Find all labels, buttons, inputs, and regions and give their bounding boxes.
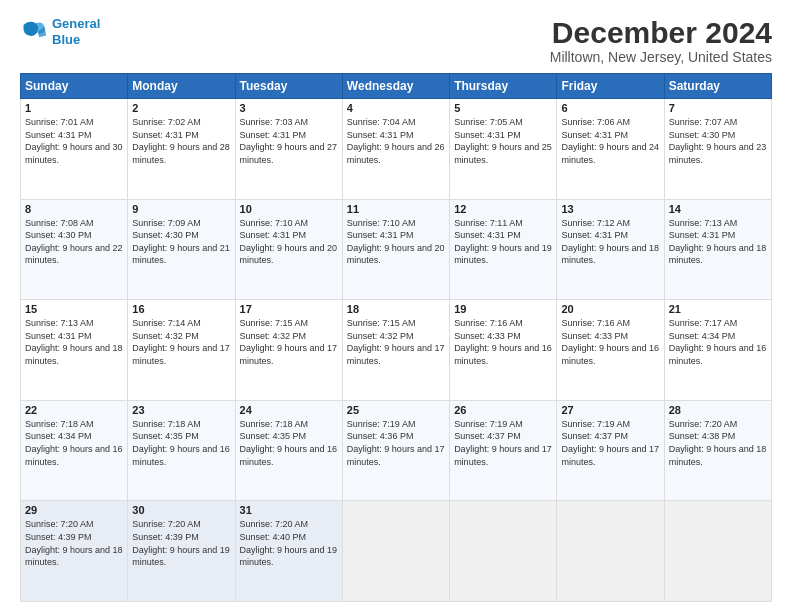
calendar-cell: 24 Sunrise: 7:18 AMSunset: 4:35 PMDaylig… [235, 400, 342, 501]
day-number: 6 [561, 102, 659, 114]
main-title: December 2024 [550, 16, 772, 49]
day-number: 22 [25, 404, 123, 416]
header: General Blue December 2024 Milltown, New… [20, 16, 772, 65]
calendar-cell: 15 Sunrise: 7:13 AMSunset: 4:31 PMDaylig… [21, 300, 128, 401]
day-info: Sunrise: 7:13 AMSunset: 4:31 PMDaylight:… [669, 218, 767, 266]
calendar-header-thursday: Thursday [450, 74, 557, 99]
day-info: Sunrise: 7:20 AMSunset: 4:38 PMDaylight:… [669, 419, 767, 467]
day-info: Sunrise: 7:02 AMSunset: 4:31 PMDaylight:… [132, 117, 230, 165]
day-number: 25 [347, 404, 445, 416]
day-number: 29 [25, 504, 123, 516]
day-info: Sunrise: 7:20 AMSunset: 4:39 PMDaylight:… [132, 519, 230, 567]
day-info: Sunrise: 7:10 AMSunset: 4:31 PMDaylight:… [240, 218, 338, 266]
calendar-cell: 10 Sunrise: 7:10 AMSunset: 4:31 PMDaylig… [235, 199, 342, 300]
day-info: Sunrise: 7:20 AMSunset: 4:39 PMDaylight:… [25, 519, 123, 567]
calendar-cell: 26 Sunrise: 7:19 AMSunset: 4:37 PMDaylig… [450, 400, 557, 501]
day-number: 24 [240, 404, 338, 416]
day-number: 17 [240, 303, 338, 315]
calendar-cell: 29 Sunrise: 7:20 AMSunset: 4:39 PMDaylig… [21, 501, 128, 602]
calendar-cell: 9 Sunrise: 7:09 AMSunset: 4:30 PMDayligh… [128, 199, 235, 300]
day-number: 21 [669, 303, 767, 315]
calendar-cell: 2 Sunrise: 7:02 AMSunset: 4:31 PMDayligh… [128, 99, 235, 200]
day-info: Sunrise: 7:01 AMSunset: 4:31 PMDaylight:… [25, 117, 123, 165]
calendar-cell: 23 Sunrise: 7:18 AMSunset: 4:35 PMDaylig… [128, 400, 235, 501]
day-number: 2 [132, 102, 230, 114]
calendar-cell: 22 Sunrise: 7:18 AMSunset: 4:34 PMDaylig… [21, 400, 128, 501]
calendar-cell: 11 Sunrise: 7:10 AMSunset: 4:31 PMDaylig… [342, 199, 449, 300]
day-info: Sunrise: 7:05 AMSunset: 4:31 PMDaylight:… [454, 117, 552, 165]
calendar-header-wednesday: Wednesday [342, 74, 449, 99]
logo-icon [20, 18, 48, 46]
day-info: Sunrise: 7:19 AMSunset: 4:37 PMDaylight:… [561, 419, 659, 467]
calendar-header-monday: Monday [128, 74, 235, 99]
day-info: Sunrise: 7:19 AMSunset: 4:36 PMDaylight:… [347, 419, 445, 467]
day-number: 12 [454, 203, 552, 215]
calendar-cell [342, 501, 449, 602]
day-number: 16 [132, 303, 230, 315]
day-number: 9 [132, 203, 230, 215]
calendar-cell [450, 501, 557, 602]
day-number: 30 [132, 504, 230, 516]
day-info: Sunrise: 7:15 AMSunset: 4:32 PMDaylight:… [240, 318, 338, 366]
day-number: 13 [561, 203, 659, 215]
day-info: Sunrise: 7:13 AMSunset: 4:31 PMDaylight:… [25, 318, 123, 366]
day-info: Sunrise: 7:12 AMSunset: 4:31 PMDaylight:… [561, 218, 659, 266]
calendar-cell: 27 Sunrise: 7:19 AMSunset: 4:37 PMDaylig… [557, 400, 664, 501]
calendar-cell: 20 Sunrise: 7:16 AMSunset: 4:33 PMDaylig… [557, 300, 664, 401]
day-number: 31 [240, 504, 338, 516]
calendar-cell: 14 Sunrise: 7:13 AMSunset: 4:31 PMDaylig… [664, 199, 771, 300]
calendar-cell: 13 Sunrise: 7:12 AMSunset: 4:31 PMDaylig… [557, 199, 664, 300]
calendar-header-tuesday: Tuesday [235, 74, 342, 99]
calendar-cell: 19 Sunrise: 7:16 AMSunset: 4:33 PMDaylig… [450, 300, 557, 401]
day-info: Sunrise: 7:04 AMSunset: 4:31 PMDaylight:… [347, 117, 445, 165]
day-info: Sunrise: 7:06 AMSunset: 4:31 PMDaylight:… [561, 117, 659, 165]
calendar-header-saturday: Saturday [664, 74, 771, 99]
day-number: 20 [561, 303, 659, 315]
day-info: Sunrise: 7:18 AMSunset: 4:34 PMDaylight:… [25, 419, 123, 467]
day-number: 5 [454, 102, 552, 114]
day-number: 27 [561, 404, 659, 416]
calendar-cell: 5 Sunrise: 7:05 AMSunset: 4:31 PMDayligh… [450, 99, 557, 200]
day-number: 1 [25, 102, 123, 114]
calendar-week-row: 15 Sunrise: 7:13 AMSunset: 4:31 PMDaylig… [21, 300, 772, 401]
day-number: 4 [347, 102, 445, 114]
logo-line1: General [52, 16, 100, 31]
page: General Blue December 2024 Milltown, New… [0, 0, 792, 612]
calendar-cell: 8 Sunrise: 7:08 AMSunset: 4:30 PMDayligh… [21, 199, 128, 300]
day-number: 18 [347, 303, 445, 315]
day-info: Sunrise: 7:15 AMSunset: 4:32 PMDaylight:… [347, 318, 445, 366]
calendar-cell: 3 Sunrise: 7:03 AMSunset: 4:31 PMDayligh… [235, 99, 342, 200]
calendar-header-sunday: Sunday [21, 74, 128, 99]
calendar-cell: 12 Sunrise: 7:11 AMSunset: 4:31 PMDaylig… [450, 199, 557, 300]
day-number: 19 [454, 303, 552, 315]
calendar-cell [664, 501, 771, 602]
calendar-cell: 17 Sunrise: 7:15 AMSunset: 4:32 PMDaylig… [235, 300, 342, 401]
calendar-cell: 25 Sunrise: 7:19 AMSunset: 4:36 PMDaylig… [342, 400, 449, 501]
calendar-header-friday: Friday [557, 74, 664, 99]
calendar-cell: 6 Sunrise: 7:06 AMSunset: 4:31 PMDayligh… [557, 99, 664, 200]
day-info: Sunrise: 7:14 AMSunset: 4:32 PMDaylight:… [132, 318, 230, 366]
calendar-cell: 18 Sunrise: 7:15 AMSunset: 4:32 PMDaylig… [342, 300, 449, 401]
day-info: Sunrise: 7:09 AMSunset: 4:30 PMDaylight:… [132, 218, 230, 266]
day-number: 14 [669, 203, 767, 215]
calendar-cell: 30 Sunrise: 7:20 AMSunset: 4:39 PMDaylig… [128, 501, 235, 602]
day-number: 10 [240, 203, 338, 215]
calendar-cell: 1 Sunrise: 7:01 AMSunset: 4:31 PMDayligh… [21, 99, 128, 200]
calendar-cell: 31 Sunrise: 7:20 AMSunset: 4:40 PMDaylig… [235, 501, 342, 602]
calendar-week-row: 22 Sunrise: 7:18 AMSunset: 4:34 PMDaylig… [21, 400, 772, 501]
day-number: 23 [132, 404, 230, 416]
day-info: Sunrise: 7:11 AMSunset: 4:31 PMDaylight:… [454, 218, 552, 266]
day-info: Sunrise: 7:18 AMSunset: 4:35 PMDaylight:… [132, 419, 230, 467]
day-info: Sunrise: 7:03 AMSunset: 4:31 PMDaylight:… [240, 117, 338, 165]
day-info: Sunrise: 7:16 AMSunset: 4:33 PMDaylight:… [454, 318, 552, 366]
day-number: 28 [669, 404, 767, 416]
day-info: Sunrise: 7:19 AMSunset: 4:37 PMDaylight:… [454, 419, 552, 467]
logo: General Blue [20, 16, 100, 47]
calendar-week-row: 8 Sunrise: 7:08 AMSunset: 4:30 PMDayligh… [21, 199, 772, 300]
calendar-week-row: 1 Sunrise: 7:01 AMSunset: 4:31 PMDayligh… [21, 99, 772, 200]
logo-line2: Blue [52, 32, 80, 47]
calendar-table: SundayMondayTuesdayWednesdayThursdayFrid… [20, 73, 772, 602]
calendar-cell: 4 Sunrise: 7:04 AMSunset: 4:31 PMDayligh… [342, 99, 449, 200]
day-number: 3 [240, 102, 338, 114]
calendar-cell: 7 Sunrise: 7:07 AMSunset: 4:30 PMDayligh… [664, 99, 771, 200]
